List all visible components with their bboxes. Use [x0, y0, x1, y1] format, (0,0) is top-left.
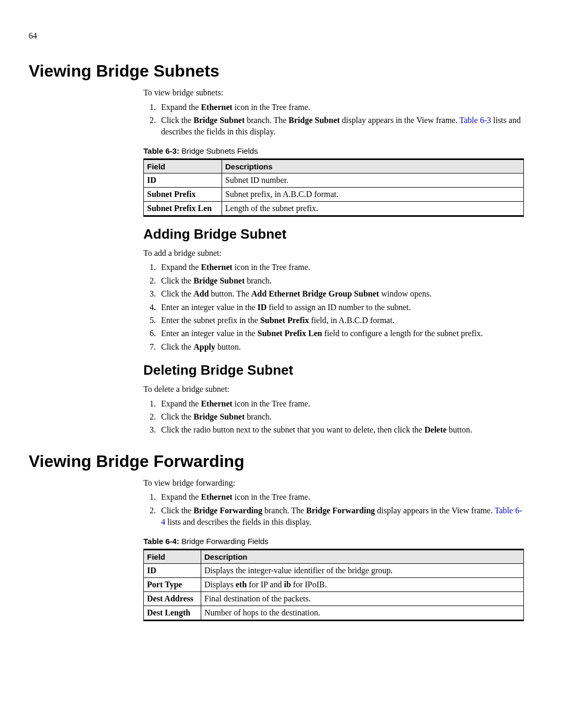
cell-field: ID — [144, 173, 222, 187]
text: for IPoIB. — [291, 580, 327, 589]
table-caption: Table 6-4: Bridge Forwarding Fields — [143, 537, 524, 546]
text: icon in the Tree frame. — [232, 399, 310, 408]
col-header-field: Field — [144, 159, 222, 173]
bold-text: Subnet Prefix — [260, 316, 309, 325]
bold-text: Add Ethernet Bridge Group Subnet — [251, 289, 379, 298]
bold-text: Apply — [193, 342, 215, 351]
bold-text: ib — [284, 580, 291, 589]
table-header-row: Field Descriptions — [144, 159, 524, 173]
text: field to configure a length for the subn… — [322, 329, 483, 338]
step: Click the radio button next to the subne… — [158, 424, 524, 436]
col-header-field: Field — [144, 549, 201, 563]
table-bridge-subnets-fields: Field Descriptions IDSubnet ID number. S… — [143, 158, 524, 217]
caption-label: Table 6-4: — [143, 537, 179, 546]
table-row: Dest AddressFinal destination of the pac… — [144, 591, 524, 606]
text: button. — [215, 342, 241, 351]
section-viewing-bridge-subnets: To view bridge subnets: Expand the Ether… — [143, 87, 524, 436]
text: field, in A.B.C.D format. — [309, 316, 395, 325]
table-reference-link[interactable]: Table 6-3 — [459, 116, 491, 125]
heading-viewing-bridge-subnets: Viewing Bridge Subnets — [29, 61, 534, 81]
page-number: 64 — [29, 31, 534, 41]
col-header-description: Description — [201, 549, 524, 563]
text: Expand the — [161, 263, 201, 272]
section-viewing-bridge-forwarding: To view bridge forwarding: Expand the Et… — [143, 477, 524, 621]
bold-text: Bridge Forwarding — [193, 506, 262, 515]
step: Expand the Ethernet icon in the Tree fra… — [158, 102, 524, 113]
text: button. — [447, 425, 472, 434]
table-row: Dest LengthNumber of hops to the destina… — [144, 606, 524, 620]
text: branch. The — [262, 506, 306, 515]
text: Click the — [161, 342, 193, 351]
text: Number of hops to the destination. — [204, 608, 320, 617]
intro-text: To view bridge subnets: — [143, 87, 524, 98]
caption-label: Table 6-3: — [143, 146, 179, 155]
cell-desc: Displays the integer-value identifier of… — [201, 563, 524, 577]
bold-text: eth — [236, 580, 247, 589]
step: Click the Bridge Forwarding branch. The … — [158, 505, 524, 528]
text: field to assign an ID number to the subn… — [267, 303, 411, 312]
table-row: Port TypeDisplays eth for IP and ib for … — [144, 577, 524, 591]
cell-field: Dest Length — [144, 606, 201, 620]
steps-deleting-subnet: Expand the Ethernet icon in the Tree fra… — [143, 398, 524, 436]
step: Click the Bridge Subnet branch. — [158, 275, 524, 287]
step: Click the Bridge Subnet branch. — [158, 411, 524, 423]
text: Displays — [204, 580, 236, 589]
cell-field: Subnet Prefix — [144, 187, 222, 201]
col-header-descriptions: Descriptions — [222, 159, 524, 173]
heading-deleting-bridge-subnet: Deleting Bridge Subnet — [143, 362, 524, 378]
text: Displays the integer-value identifier of… — [204, 566, 393, 575]
step: Enter an integer value in the Subnet Pre… — [158, 328, 524, 339]
cell-desc: Final destination of the packets. — [201, 591, 524, 606]
bold-text: ID — [258, 303, 267, 312]
cell-field: Dest Address — [144, 591, 201, 606]
bold-text: Ethernet — [201, 399, 232, 408]
cell-field: Subnet Prefix Len — [144, 201, 222, 216]
table-header-row: Field Description — [144, 549, 524, 563]
bold-text: Add — [193, 289, 209, 298]
step: Enter the subnet prefix in the Subnet Pr… — [158, 315, 524, 326]
bold-text: Ethernet — [201, 263, 232, 272]
steps-viewing-forwarding: Expand the Ethernet icon in the Tree fra… — [143, 491, 524, 528]
step: Click the Bridge Subnet branch. The Brid… — [158, 115, 524, 138]
text: branch. — [244, 276, 272, 285]
text: icon in the Tree frame. — [232, 103, 310, 112]
text: Expand the — [161, 103, 201, 112]
bold-text: Bridge Subnet — [193, 412, 244, 421]
text: for IP and — [247, 580, 284, 589]
text: Enter an integer value in the — [161, 303, 258, 312]
table-row: IDDisplays the integer-value identifier … — [144, 563, 524, 577]
bold-text: Ethernet — [201, 492, 232, 501]
step: Expand the Ethernet icon in the Tree fra… — [158, 262, 524, 273]
text: button. The — [209, 289, 251, 298]
bold-text: Bridge Subnet — [193, 276, 244, 285]
text: Click the — [161, 289, 193, 298]
cell-field: ID — [144, 563, 201, 577]
text: Click the — [161, 116, 193, 125]
caption-title: Bridge Forwarding Fields — [179, 537, 268, 546]
text: display appears in the View frame. — [375, 506, 495, 515]
steps-adding-subnet: Expand the Ethernet icon in the Tree fra… — [143, 262, 524, 353]
bold-text: Delete — [424, 425, 447, 434]
table-bridge-forwarding-fields: Field Description IDDisplays the integer… — [143, 549, 524, 621]
table-row: IDSubnet ID number. — [144, 173, 524, 187]
text: Click the radio button next to the subne… — [161, 425, 424, 434]
text: Click the — [161, 412, 193, 421]
cell-desc: Displays eth for IP and ib for IPoIB. — [201, 577, 524, 591]
bold-text: Subnet Prefix Len — [258, 329, 322, 338]
intro-text: To delete a bridge subnet: — [143, 384, 524, 395]
text: Click the — [161, 506, 193, 515]
text: window opens. — [379, 289, 432, 298]
step: Enter an integer value in the ID field t… — [158, 302, 524, 313]
bold-text: Bridge Subnet — [289, 116, 340, 125]
cell-desc: Subnet ID number. — [222, 173, 524, 187]
steps-viewing-subnets: Expand the Ethernet icon in the Tree fra… — [143, 102, 524, 138]
cell-field: Port Type — [144, 577, 201, 591]
text: icon in the Tree frame. — [232, 492, 310, 501]
cell-desc: Length of the subnet prefix. — [222, 201, 524, 216]
text: Enter an integer value in the — [161, 329, 258, 338]
text: lists and describes the fields in this d… — [165, 517, 311, 526]
table-row: Subnet Prefix LenLength of the subnet pr… — [144, 201, 524, 216]
step: Click the Apply button. — [158, 341, 524, 353]
table-row: Subnet PrefixSubnet prefix, in A.B.C.D f… — [144, 187, 524, 201]
text: Final destination of the packets. — [204, 594, 311, 603]
